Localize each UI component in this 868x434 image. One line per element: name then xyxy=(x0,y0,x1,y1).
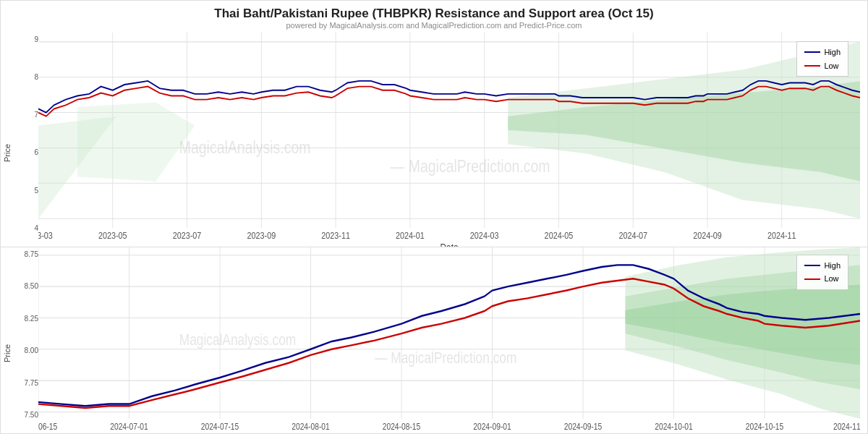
svg-text:Date: Date xyxy=(440,242,458,247)
svg-text:2023-09: 2023-09 xyxy=(247,231,276,242)
chart-title: Thai Baht/Pakistani Rupee (THBPKR) Resis… xyxy=(214,7,653,21)
lower-y-axis: Price 8.75 8.50 8.25 8.00 7.75 7.50 xyxy=(8,247,38,433)
chart-subtitle: powered by MagicalAnalysis.com and Magic… xyxy=(286,21,582,30)
upper-y-axis: Price 9 8 7 6 5 4 xyxy=(8,33,38,247)
svg-text:Date: Date xyxy=(440,432,458,433)
svg-text:2023-11: 2023-11 xyxy=(321,231,350,242)
svg-marker-19 xyxy=(77,102,195,181)
svg-text:2024-06-15: 2024-06-15 xyxy=(38,420,57,430)
legend-high-label-upper: High xyxy=(824,46,841,59)
svg-text:2024-10-01: 2024-10-01 xyxy=(655,420,693,430)
lower-chart: Price 8.75 8.50 8.25 8.00 7.75 7.50 xyxy=(1,247,867,433)
svg-text:MagicalAnalysis.com: MagicalAnalysis.com xyxy=(179,139,311,158)
svg-text:— MagicalPrediction.com: — MagicalPrediction.com xyxy=(375,349,516,366)
legend-high-upper: High xyxy=(804,46,841,59)
svg-text:2024-07: 2024-07 xyxy=(618,231,647,242)
svg-text:2024-09: 2024-09 xyxy=(693,231,722,242)
svg-text:MagicalAnalysis.com: MagicalAnalysis.com xyxy=(179,331,297,348)
legend-high-label-lower: High xyxy=(824,259,841,273)
legend-low-label-lower: Low xyxy=(824,272,838,286)
upper-legend: High Low xyxy=(796,41,848,77)
svg-text:2024-11-01: 2024-11-01 xyxy=(833,420,860,430)
upper-chart-area: MagicalAnalysis.com — MagicalPrediction.… xyxy=(38,33,860,247)
legend-low-upper: Low xyxy=(804,59,841,73)
charts-area: Price 9 8 7 6 5 4 xyxy=(1,33,867,433)
upper-chart: Price 9 8 7 6 5 4 xyxy=(1,33,867,247)
svg-text:2024-01: 2024-01 xyxy=(396,231,425,242)
axis-label-price-lower: Price xyxy=(3,344,12,362)
axis-label-price-upper: Price xyxy=(3,144,12,162)
legend-high-line-lower xyxy=(804,265,820,266)
svg-text:2024-09-15: 2024-09-15 xyxy=(564,420,603,430)
legend-low-line-lower xyxy=(804,278,820,280)
svg-text:2024-07-01: 2024-07-01 xyxy=(110,420,148,430)
svg-text:2024-03: 2024-03 xyxy=(470,231,499,242)
svg-text:— MagicalPrediction.com: — MagicalPrediction.com xyxy=(391,157,550,176)
legend-low-line-upper xyxy=(804,65,820,67)
svg-text:2024-09-01: 2024-09-01 xyxy=(473,420,511,430)
svg-text:2024-11: 2024-11 xyxy=(767,231,796,242)
svg-text:2023-05: 2023-05 xyxy=(98,231,127,242)
legend-high-lower: High xyxy=(804,259,841,273)
legend-low-lower: Low xyxy=(804,272,841,286)
svg-text:2024-05: 2024-05 xyxy=(545,231,574,242)
legend-high-line-upper xyxy=(804,51,820,53)
svg-text:2024-10-15: 2024-10-15 xyxy=(746,420,784,430)
svg-text:2024-08-15: 2024-08-15 xyxy=(383,420,421,430)
svg-text:2024-08-01: 2024-08-01 xyxy=(292,420,330,430)
page-container: Thai Baht/Pakistani Rupee (THBPKR) Resis… xyxy=(0,0,868,434)
lower-chart-area: MagicalAnalysis.com — MagicalPrediction.… xyxy=(38,247,860,433)
lower-legend: High Low xyxy=(796,255,848,290)
svg-text:2024-07-15: 2024-07-15 xyxy=(201,420,239,430)
svg-text:2023-03: 2023-03 xyxy=(38,231,53,242)
svg-text:2023-07: 2023-07 xyxy=(173,231,202,242)
legend-low-label-upper: Low xyxy=(824,59,838,73)
